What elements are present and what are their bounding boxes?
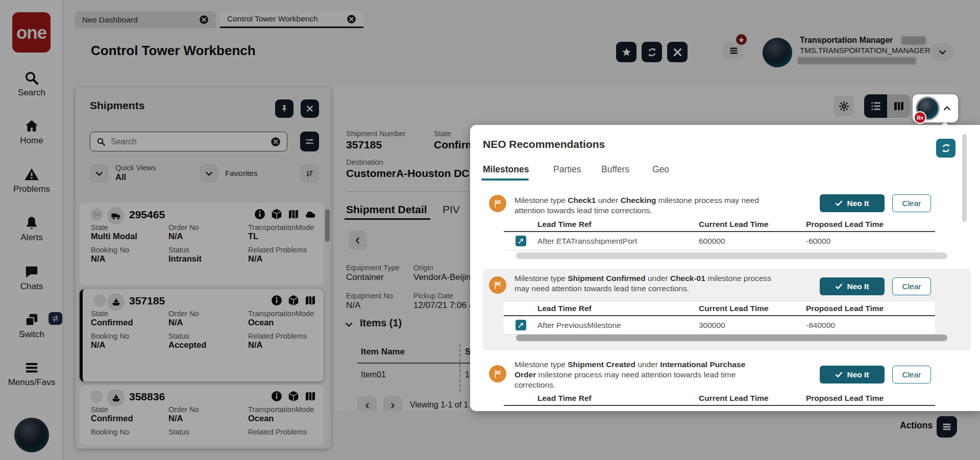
table-hscrollbar[interactable] — [516, 252, 947, 259]
neo-it-button[interactable]: Neo It — [820, 277, 885, 295]
milestone-flag-icon — [489, 195, 506, 212]
tab-parties[interactable]: Parties — [553, 164, 581, 175]
proposed-lead-time: -840000 — [806, 321, 935, 330]
clear-button[interactable]: Clear — [892, 366, 931, 384]
lead-time-table: Lead Time Ref Current Lead Time Proposed… — [504, 218, 935, 250]
lead-time-ref: After ETATransshipmentPort — [537, 237, 699, 246]
milestone-flag-icon — [489, 276, 506, 294]
active-tab-underline — [481, 178, 529, 181]
recommendation-text: Milestone type Shipment Created under In… — [514, 360, 760, 390]
neo-assistant-popover-anchor: Rx — [913, 94, 958, 122]
col-header: Lead Time Ref — [537, 220, 699, 229]
tab-geo[interactable]: Geo — [652, 164, 669, 175]
lead-time-table: Lead Time Ref Current Lead Time Proposed… — [504, 392, 935, 406]
table-row: After ETATransshipmentPort 600000 -60000 — [504, 232, 935, 250]
tab-milestones[interactable]: Milestones — [483, 164, 529, 175]
col-header: Lead Time Ref — [537, 394, 699, 403]
col-header: Lead Time Ref — [537, 304, 699, 313]
rx-badge: Rx — [914, 111, 926, 124]
neo-panel-title: NEO Recommendations — [483, 138, 605, 150]
clear-button[interactable]: Clear — [892, 194, 931, 212]
clear-button[interactable]: Clear — [892, 277, 931, 295]
refresh-icon — [941, 143, 951, 154]
check-icon — [835, 371, 843, 378]
current-lead-time: 300000 — [699, 321, 806, 330]
current-lead-time: 600000 — [699, 237, 806, 246]
chevron-up-icon[interactable] — [943, 104, 951, 113]
neo-recommendations-panel: NEO Recommendations Milestones Parties B… — [470, 125, 980, 411]
neo-panel-scrollbar[interactable] — [962, 134, 967, 222]
lead-time-ref: After PreviousMilestone — [537, 321, 699, 330]
proposed-lead-time: -60000 — [806, 237, 935, 246]
neo-it-button[interactable]: Neo It — [820, 194, 885, 212]
recommendation-text: Milestone type Check1 under Checking mil… — [514, 195, 777, 216]
check-icon — [835, 199, 843, 207]
lead-time-table: Lead Time Ref Current Lead Time Proposed… — [504, 302, 935, 335]
tab-buffers[interactable]: Buffers — [601, 164, 629, 175]
popover-notch — [938, 121, 951, 129]
col-header: Proposed Lead Time — [806, 220, 935, 229]
edit-row-icon[interactable] — [516, 236, 526, 246]
recommendation-text: Milestone type Shipment Confirmed under … — [514, 273, 777, 294]
table-row: After PreviousMilestone 300000 -840000 — [504, 316, 935, 335]
neo-it-button[interactable]: Neo It — [820, 366, 885, 384]
col-header: Proposed Lead Time — [806, 304, 935, 313]
edit-row-icon[interactable] — [516, 320, 526, 330]
milestone-flag-icon — [489, 365, 506, 382]
col-header: Proposed Lead Time — [806, 394, 935, 403]
col-header: Current Lead Time — [699, 394, 806, 403]
check-icon — [835, 283, 843, 290]
col-header: Current Lead Time — [699, 304, 806, 313]
refresh-recommendations-button[interactable] — [936, 139, 955, 158]
table-hscrollbar[interactable] — [516, 335, 947, 341]
col-header: Current Lead Time — [699, 220, 806, 229]
